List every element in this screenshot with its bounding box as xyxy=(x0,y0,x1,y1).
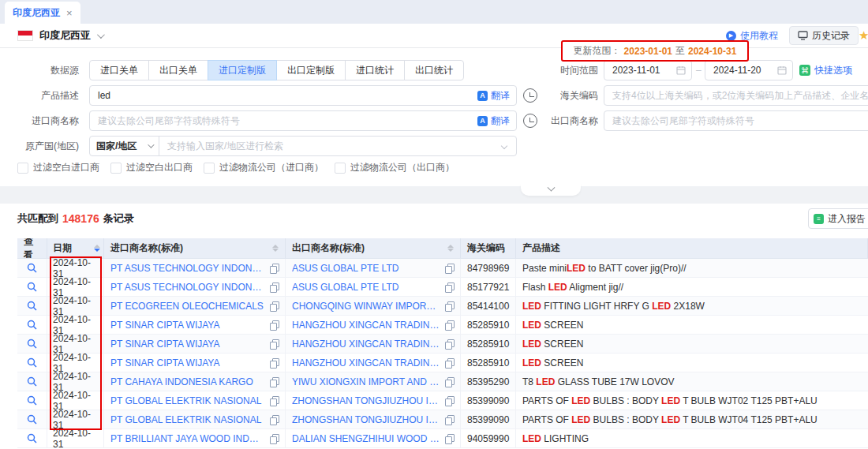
checkbox-filter-logistics-exporter[interactable]: 过滤物流公司（出口商） xyxy=(335,161,455,174)
importer-link[interactable]: PT GLOBAL ELEKTRIK NASIONAL xyxy=(110,395,265,406)
copy-icon[interactable] xyxy=(270,282,279,292)
view-detail-icon[interactable] xyxy=(27,339,37,349)
exporter-link[interactable]: CHONGQING WINWAY IMPORT AND E... xyxy=(292,301,440,312)
checkbox-filter-logistics-importer[interactable]: 过滤物流公司（进口商） xyxy=(204,161,324,174)
product-desc-input[interactable]: led A 翻译 xyxy=(89,85,517,106)
importer-link[interactable]: PT SINAR CIPTA WIJAYA xyxy=(110,339,265,350)
copy-icon[interactable] xyxy=(445,358,454,368)
importer-link[interactable]: PT GLOBAL ELEKTRIK NASIONAL xyxy=(110,414,265,425)
view-detail-icon[interactable] xyxy=(27,263,37,273)
country-selector[interactable]: 印度尼西亚 xyxy=(17,27,103,44)
copy-icon[interactable] xyxy=(270,358,279,368)
view-detail-icon[interactable] xyxy=(27,357,37,368)
record-product-desc: PARTS OF LED BULBS : BODY LED T BULB WJT… xyxy=(522,395,817,406)
view-detail-icon[interactable] xyxy=(27,395,37,406)
hs-code-placeholder: 支持4位以上海关编码，或2位海关编码加上产品描述、企业名称的任意信息 xyxy=(604,89,868,103)
translate-button[interactable]: A 翻译 xyxy=(477,86,510,105)
checkbox-label: 过滤空白出口商 xyxy=(126,161,193,174)
close-icon[interactable]: × xyxy=(66,7,73,19)
tab-indonesia[interactable]: 印度尼西亚 × xyxy=(5,2,80,24)
exporter-link[interactable]: HANGZHOU XINGCAN TRADING CO LTD xyxy=(292,357,440,369)
results-summary: 共匹配到 148176 条记录 xyxy=(17,211,134,226)
origin-country-select[interactable]: 国家/地区 支持输入国家/地区进行检索 xyxy=(89,136,517,156)
date-to-input[interactable]: 2024-11-20 xyxy=(705,60,793,80)
sort-icon[interactable] xyxy=(447,245,454,252)
copy-icon[interactable] xyxy=(445,415,454,425)
header-exporter[interactable]: 出口商名称(标准) xyxy=(286,238,461,258)
view-detail-icon[interactable] xyxy=(27,433,37,443)
copy-icon[interactable] xyxy=(445,301,454,311)
importer-link[interactable]: PT ASUS TECHNOLOGY INDONESIA BA... xyxy=(110,282,265,293)
exporter-link[interactable]: ZHONGSHAN TONGJIUZHOU INTERNA... xyxy=(292,414,440,425)
copy-icon[interactable] xyxy=(270,339,279,349)
exporter-link[interactable]: DALIAN SHENGZHIHUI WOOD INDUST... xyxy=(292,433,440,444)
hs-code-cell: 84798969 xyxy=(461,259,516,277)
header-date[interactable]: 日期 xyxy=(47,238,104,258)
view-cell xyxy=(17,354,47,372)
copy-icon[interactable] xyxy=(445,339,454,349)
exporter-cell: HANGZHOU XINGCAN TRADING CO LTD xyxy=(286,354,461,372)
copy-icon[interactable] xyxy=(445,282,454,292)
copy-icon[interactable] xyxy=(445,264,454,273)
exporter-link[interactable]: ZHONGSHAN TONGJIUZHOU INTERNA... xyxy=(292,395,440,406)
view-detail-icon[interactable] xyxy=(27,282,37,292)
importer-link[interactable]: PT BRILLIANT JAYA WOOD INDUSTRY xyxy=(110,433,265,444)
quick-options-button[interactable]: ⌘ 快捷选项 xyxy=(799,64,852,77)
origin-type-dropdown[interactable]: 国家/地区 xyxy=(90,137,159,155)
table-row: 2024-10-31 PT SINAR CIPTA WIJAYA HANGZHO… xyxy=(17,316,868,335)
view-detail-icon[interactable] xyxy=(27,301,37,311)
date-from-input[interactable]: 2023-11-01 xyxy=(604,60,692,80)
translate-button[interactable]: A 翻译 xyxy=(477,111,510,130)
copy-icon[interactable] xyxy=(445,434,454,443)
exporter-input[interactable]: 建议去除公司尾部字符或特殊符号 xyxy=(604,110,868,131)
shortcut-icon: ⌘ xyxy=(799,65,810,76)
copy-icon[interactable] xyxy=(445,377,454,387)
hs-code-input[interactable]: 支持4位以上海关编码，或2位海关编码加上产品描述、企业名称的任意信息 xyxy=(604,85,868,106)
importer-link[interactable]: PT SINAR CIPTA WIJAYA xyxy=(110,320,265,331)
copy-icon[interactable] xyxy=(445,320,454,330)
history-button[interactable]: 历史记录 xyxy=(789,26,859,45)
sort-icon[interactable] xyxy=(94,245,100,252)
view-cell xyxy=(17,335,47,353)
record-product-desc: T8 LED GLASS TUBE 17W LOVOV xyxy=(522,376,675,387)
tab-export-custom[interactable]: 出口定制版 xyxy=(276,60,346,80)
copy-icon[interactable] xyxy=(270,396,279,406)
star-icon[interactable]: ★ xyxy=(859,28,868,43)
importer-link[interactable]: PT ECOGREEN OLEOCHEMICALS xyxy=(110,301,265,312)
importer-link[interactable]: PT CAHAYA INDONESIA KARGO xyxy=(110,376,265,387)
tab-export-statistics[interactable]: 出口统计 xyxy=(404,60,464,80)
importer-link[interactable]: PT ASUS TECHNOLOGY INDONESIA BA... xyxy=(110,263,265,274)
copy-icon[interactable] xyxy=(270,320,279,330)
tab-import-custom[interactable]: 进口定制版 xyxy=(208,60,277,80)
view-detail-icon[interactable] xyxy=(27,414,37,425)
tab-import-declarations[interactable]: 进口关单 xyxy=(89,60,149,80)
copy-icon[interactable] xyxy=(270,377,279,387)
copy-icon[interactable] xyxy=(270,434,279,443)
collapse-form-handle[interactable] xyxy=(521,183,581,196)
view-detail-icon[interactable] xyxy=(27,376,37,387)
quick-options-label: 快捷选项 xyxy=(814,64,852,77)
copy-icon[interactable] xyxy=(270,415,279,425)
importer-link[interactable]: PT SINAR CIPTA WIJAYA xyxy=(110,357,265,369)
record-hs-code: 85395290 xyxy=(467,376,509,387)
exporter-link[interactable]: ASUS GLOBAL PTE LTD xyxy=(292,263,440,274)
importer-cell: PT SINAR CIPTA WIJAYA xyxy=(104,335,286,353)
enter-report-button[interactable]: ≡ 进入报告 xyxy=(808,208,868,229)
exporter-link[interactable]: HANGZHOU XINGCAN TRADING CO LTD xyxy=(292,339,440,350)
sort-icon[interactable] xyxy=(272,245,279,252)
checkbox-filter-blank-importer[interactable]: 过滤空白进口商 xyxy=(17,161,99,174)
exporter-link[interactable]: ASUS GLOBAL PTE LTD xyxy=(292,282,440,293)
view-detail-icon[interactable] xyxy=(27,320,37,330)
exporter-link[interactable]: YIWU XIONGXIN IMPORT AND EXPORT... xyxy=(292,376,440,387)
tab-export-declarations[interactable]: 出口关单 xyxy=(148,60,208,80)
table-row: 2024-10-31 PT GLOBAL ELEKTRIK NASIONAL Z… xyxy=(17,410,868,429)
header-view: 查看 xyxy=(17,238,47,258)
checkbox-filter-blank-exporter[interactable]: 过滤空白出口商 xyxy=(110,161,193,174)
copy-icon[interactable] xyxy=(445,396,454,406)
importer-input[interactable]: 建议去除公司尾部字符或特殊符号 A 翻译 xyxy=(89,110,517,131)
tab-import-statistics[interactable]: 进口统计 xyxy=(345,60,405,80)
copy-icon[interactable] xyxy=(270,301,279,311)
header-importer[interactable]: 进口商名称(标准) xyxy=(104,238,286,258)
copy-icon[interactable] xyxy=(270,264,279,273)
exporter-link[interactable]: HANGZHOU XINGCAN TRADING CO LTD xyxy=(292,320,440,331)
